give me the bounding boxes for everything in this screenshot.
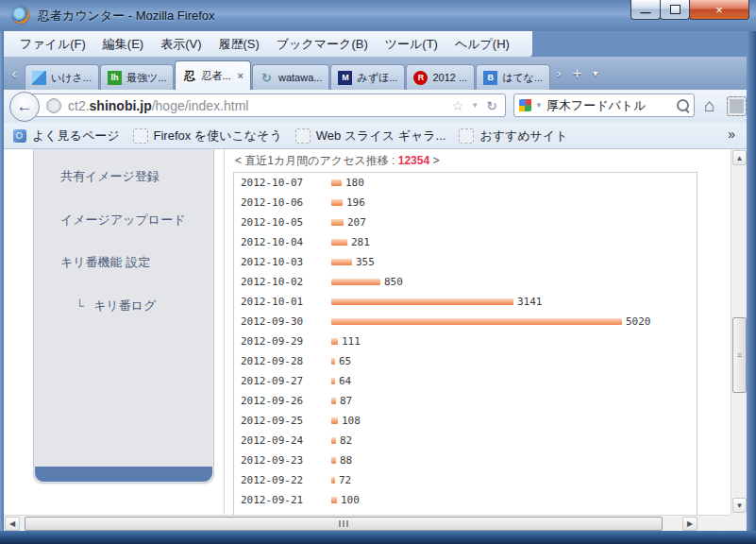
chart-title-suffix: > — [429, 154, 439, 167]
horizontal-scrollbar[interactable]: ◀ ▶ — [4, 515, 731, 531]
bookmark-label: おすすめサイト — [479, 128, 567, 144]
vertical-scrollbar-thumb[interactable]: ≡ — [732, 317, 747, 393]
chart-row-date: 2012-09-26 — [241, 395, 331, 407]
chart-row-value: 88 — [340, 454, 352, 467]
menu-item-1[interactable]: 編集(E) — [94, 33, 152, 56]
chart-bar — [331, 457, 336, 464]
chart-bar — [331, 358, 335, 365]
web-clipper-icon[interactable] — [727, 96, 747, 116]
home-icon[interactable]: ⌂ — [704, 95, 714, 116]
menu-item-2[interactable]: 表示(V) — [152, 33, 210, 56]
bookmark-label: Firefox を使いこなそう — [154, 128, 282, 144]
chart-row-value: 3141 — [517, 296, 543, 308]
title-bar[interactable]: 忍者カウンター - Mozilla Firefox — × — [0, 0, 756, 31]
favicon-placeholder-icon — [459, 128, 474, 144]
hatena-icon: B — [483, 71, 497, 85]
tab-6[interactable]: Bはてな... — [476, 64, 550, 90]
chart-row-date: 2012-10-02 — [241, 276, 331, 288]
chart-row-date: 2012-09-22 — [241, 474, 331, 486]
sidebar-subitem-kiriban-log[interactable]: └キリ番ログ — [76, 298, 156, 314]
chart-row-2012-09-22: 2012-09-2272 — [234, 470, 697, 490]
content-divider — [224, 149, 225, 515]
search-box[interactable]: ▼ 厚木フードバトル — [513, 94, 695, 117]
reload-icon[interactable]: ↻ — [486, 98, 497, 113]
close-icon: × — [715, 3, 723, 17]
site-identity-globe-icon[interactable] — [46, 98, 61, 113]
favicon-placeholder-icon — [133, 128, 148, 144]
tab-label: watawa... — [278, 72, 322, 83]
url-text[interactable]: ct2.shinobi.jp/hoge/index.html — [68, 98, 248, 113]
horizontal-scrollbar-thumb[interactable] — [25, 517, 663, 531]
vertical-scrollbar[interactable]: ▲ ≡ ▼ — [731, 149, 747, 515]
bookmarks-overflow-chevron[interactable]: » — [728, 127, 735, 142]
bookmark-item-0[interactable]: よく見るページ — [13, 128, 120, 144]
url-prefix: ct2. — [68, 98, 90, 113]
scroll-up-arrow-icon[interactable]: ▲ — [732, 150, 747, 165]
maximize-button[interactable] — [660, 0, 690, 20]
chart-bar — [331, 417, 338, 424]
search-engine-dropdown-icon[interactable]: ▼ — [535, 101, 543, 110]
chart-row-2012-09-23: 2012-09-2388 — [234, 450, 697, 470]
chart-bar — [331, 199, 343, 206]
close-button[interactable]: × — [689, 0, 749, 20]
scroll-left-arrow-icon[interactable]: ◀ — [5, 517, 20, 531]
window-title: 忍者カウンター - Mozilla Firefox — [38, 8, 215, 25]
tab-4[interactable]: Mみずほ... — [330, 64, 405, 90]
scroll-down-arrow-icon[interactable]: ▼ — [732, 498, 747, 513]
favicon-placeholder-icon — [295, 128, 311, 144]
chart-bar — [331, 477, 335, 484]
url-path: /hoge/index.html — [152, 98, 249, 113]
chart-row-2012-09-28: 2012-09-2865 — [234, 351, 697, 371]
browser-window: 忍者カウンター - Mozilla Firefox — × ファイル(F)編集(… — [0, 0, 756, 544]
minimize-button[interactable]: — — [630, 0, 661, 20]
chart-row-2012-10-06: 2012-10-06196 — [234, 193, 697, 212]
chart-bar — [331, 298, 513, 305]
scroll-tabs-right-button[interactable]: › — [551, 57, 566, 90]
tab-close-icon[interactable]: × — [238, 70, 244, 81]
tab-5[interactable]: R2012 ... — [406, 64, 475, 90]
sidebar-item-0[interactable]: 共有イメージ登録 — [60, 168, 160, 185]
menu-item-3[interactable]: 履歴(S) — [210, 33, 268, 56]
sidebar-accent-bar — [35, 467, 212, 482]
chart-bar — [331, 318, 622, 325]
sidebar-item-1[interactable]: イメージアップロード — [60, 212, 185, 229]
chart-row-value: 64 — [339, 375, 351, 387]
chart-row-date: 2012-09-25 — [241, 415, 331, 427]
chart-row-2012-10-02: 2012-10-02850 — [234, 272, 697, 292]
chart-row-value: 281 — [351, 236, 370, 248]
chart-bar — [331, 378, 335, 384]
chart-row-value: 111 — [342, 335, 361, 348]
chart-row-date: 2012-09-23 — [241, 454, 331, 467]
tab-2-active[interactable]: 忍忍者...× — [175, 60, 251, 90]
scroll-tabs-left-button[interactable]: ‹ — [4, 57, 25, 90]
menu-item-0[interactable]: ファイル(F) — [11, 33, 94, 56]
chart-row-2012-09-29: 2012-09-29111 — [234, 332, 697, 351]
tab-label: 忍者... — [201, 69, 230, 83]
bookmark-item-3[interactable]: おすすめサイト — [459, 128, 567, 144]
tab-3[interactable]: ↻watawa... — [252, 64, 329, 90]
list-all-tabs-button[interactable]: ▾ — [587, 57, 603, 90]
chart-row-value: 180 — [345, 177, 364, 189]
tab-1[interactable]: lh最強ツ... — [100, 64, 174, 90]
search-input[interactable]: 厚木フードバトル — [546, 97, 677, 114]
tab-label: みずほ... — [357, 71, 397, 85]
scroll-right-arrow-icon[interactable]: ▶ — [682, 517, 697, 531]
new-tab-button[interactable]: + — [566, 57, 587, 90]
url-dropdown-icon[interactable]: ▼ — [471, 101, 479, 110]
bookmark-star-icon[interactable]: ☆ — [452, 98, 464, 113]
bookmark-item-1[interactable]: Firefox を使いこなそう — [133, 128, 282, 144]
tabs-container: いけさ...lh最強ツ...忍忍者...×↻watawa...Mみずほ...R2… — [25, 60, 551, 90]
url-bar[interactable]: ct2.shinobi.jp/hoge/index.html ☆ ▼ ↻ — [25, 94, 506, 117]
search-magnifier-icon[interactable] — [677, 99, 689, 111]
menu-item-6[interactable]: ヘルプ(H) — [446, 33, 518, 56]
bookmark-label: よく見るページ — [32, 128, 120, 144]
sidebar-item-2[interactable]: キリ番機能 設定 — [60, 254, 150, 271]
google-icon[interactable] — [519, 99, 531, 111]
bookmark-item-2[interactable]: Web スライス ギャラ... — [295, 128, 446, 144]
window-border-bottom — [0, 531, 756, 544]
window-border-right — [747, 31, 756, 544]
back-button[interactable]: ← — [9, 92, 40, 122]
menu-item-5[interactable]: ツール(T) — [377, 33, 446, 56]
tab-0[interactable]: いけさ... — [25, 64, 99, 90]
menu-item-4[interactable]: ブックマーク(B) — [268, 33, 377, 56]
